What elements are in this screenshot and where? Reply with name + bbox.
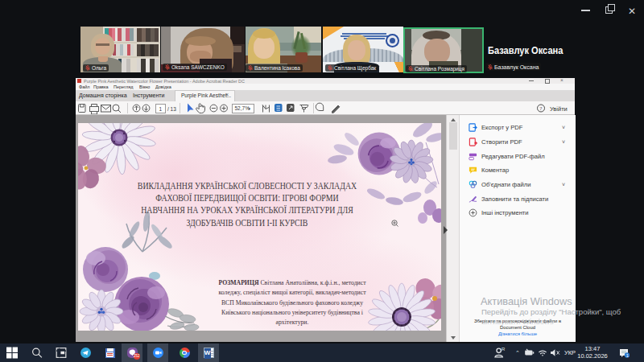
svg-text:52,7%: 52,7% — [235, 105, 250, 111]
svg-text:/ 13: / 13 — [167, 106, 176, 112]
svg-text:1: 1 — [159, 106, 163, 112]
svg-text:?: ? — [539, 105, 542, 112]
svg-text:1: 1 — [625, 352, 628, 357]
svg-text:R: R — [502, 348, 506, 352]
svg-text:Увійти: Увійти — [550, 105, 568, 113]
